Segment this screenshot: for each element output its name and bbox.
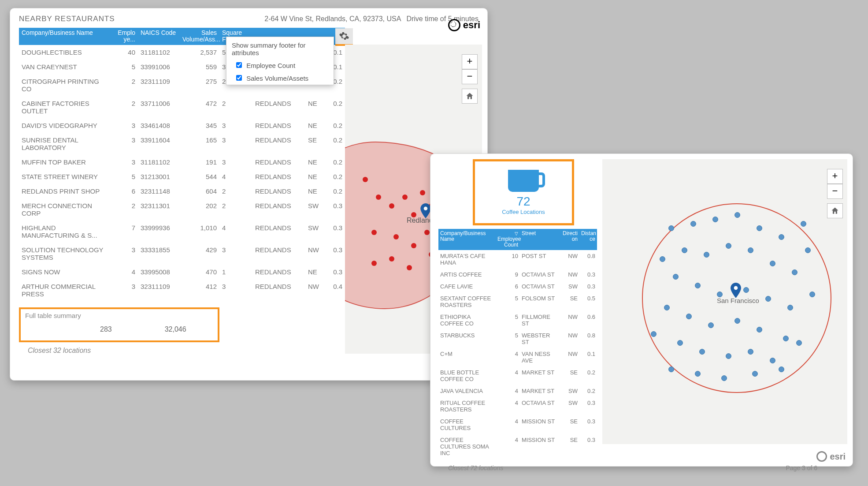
zoom-out-button[interactable]: − xyxy=(462,69,478,84)
result-point[interactable] xyxy=(704,252,709,258)
table-row[interactable]: JAVA VALENCIA4MARKET STSW0.2 xyxy=(438,385,597,397)
col-naics[interactable]: NAICS Code xyxy=(138,28,180,45)
result-point[interactable] xyxy=(668,225,674,231)
result-point[interactable] xyxy=(411,243,416,248)
table-row[interactable]: MERCH CONNECTION CORP2323113012022REDLAN… xyxy=(19,198,345,221)
col-sales[interactable]: Sales Volume/Ass... xyxy=(180,28,219,45)
colB-distance[interactable]: Distan ce xyxy=(579,229,597,250)
table-row[interactable]: STATE STREET WINERY5312130015444REDLANDS… xyxy=(19,169,345,184)
zoom-in-button[interactable]: + xyxy=(462,54,478,69)
popover-option-employee[interactable]: Employee Count xyxy=(226,59,334,72)
result-point[interactable] xyxy=(783,336,789,341)
table-row[interactable]: COFFEE CULTURES SOMA INC4MISSION STSE0.3 xyxy=(438,434,597,459)
colB-company[interactable]: Company/Business Name xyxy=(438,229,496,250)
result-point[interactable] xyxy=(765,296,771,302)
employee-count-checkbox[interactable] xyxy=(236,62,242,68)
table-row[interactable]: ARTIS COFFEE9OCTAVIA STNW0.3 xyxy=(438,269,597,280)
result-point[interactable] xyxy=(389,256,394,262)
table-row[interactable]: SUNRISE DENTAL LABORATORY3339116041653RE… xyxy=(19,133,345,155)
colB-direction[interactable]: Directi on xyxy=(560,229,579,250)
table-row[interactable]: DAVID'S VIDEOGRAPHY3334614083453REDLANDS… xyxy=(19,118,345,133)
result-point[interactable] xyxy=(792,269,798,275)
result-point[interactable] xyxy=(770,358,775,363)
home-button[interactable] xyxy=(462,89,478,104)
summary-footer-popover[interactable]: Show summary footer for attributes Emplo… xyxy=(226,37,334,85)
result-point[interactable] xyxy=(363,177,368,182)
result-point[interactable] xyxy=(660,256,665,262)
result-point[interactable] xyxy=(779,234,784,240)
result-point[interactable] xyxy=(673,274,679,280)
result-point[interactable] xyxy=(770,261,775,266)
result-point[interactable] xyxy=(734,212,740,218)
result-point[interactable] xyxy=(376,194,381,200)
result-point[interactable] xyxy=(699,349,705,355)
result-point[interactable] xyxy=(420,190,425,195)
result-point[interactable] xyxy=(757,225,762,231)
result-point[interactable] xyxy=(801,221,806,227)
result-point[interactable] xyxy=(690,221,696,227)
result-point[interactable] xyxy=(734,318,740,324)
result-point[interactable] xyxy=(664,305,670,310)
zoom-out-button-b[interactable]: − xyxy=(827,184,843,199)
colB-street[interactable]: Street xyxy=(520,229,560,250)
col-company[interactable]: Company/Business Name xyxy=(19,28,107,45)
result-point[interactable] xyxy=(371,230,377,235)
result-point[interactable] xyxy=(424,230,430,235)
table-row[interactable]: HIGHLAND MANUFACTURING & S...7339999361,… xyxy=(19,221,345,243)
result-point[interactable] xyxy=(407,265,412,270)
table-row[interactable]: RITUAL COFFEE ROASTERS4OCTAVIA STSW0.3 xyxy=(438,397,597,415)
table-row[interactable]: ARTHUR COMMERCIAL PRESS3323111094123REDL… xyxy=(19,279,345,301)
table-row[interactable]: SIGNS NOW4339950084701REDLANDSNE0.3 xyxy=(19,265,345,279)
settings-button[interactable] xyxy=(335,28,353,46)
table-row[interactable]: BLUE BOTTLE COFFEE CO4MARKET STSE0.2 xyxy=(438,366,597,385)
table-row[interactable]: SEXTANT COFFEE ROASTERS5FOLSOM STSE0.5 xyxy=(438,292,597,311)
result-point[interactable] xyxy=(726,353,731,359)
result-point[interactable] xyxy=(752,371,758,377)
popover-heading: Show summary footer for attributes xyxy=(226,37,334,59)
gear-icon xyxy=(339,31,349,41)
table-row[interactable]: ETHIOPIKA COFFEE CO5FILLMORE STNW0.6 xyxy=(438,311,597,329)
result-point[interactable] xyxy=(757,327,762,333)
result-point[interactable] xyxy=(393,234,399,239)
table-row[interactable]: C+M4VAN NESS AVENW0.1 xyxy=(438,348,597,366)
home-button-b[interactable] xyxy=(827,203,843,218)
table-row[interactable]: CAFE LAVIE6OCTAVIA STSW0.3 xyxy=(438,280,597,292)
result-point[interactable] xyxy=(748,247,753,253)
table-row[interactable]: CABINET FACTORIES OUTLET2337110064722RED… xyxy=(19,96,345,118)
result-point[interactable] xyxy=(708,322,714,328)
table-row[interactable]: MUFFIN TOP BAKER3311811021913REDLANDSNE0… xyxy=(19,155,345,169)
result-point[interactable] xyxy=(805,247,811,253)
result-point[interactable] xyxy=(695,283,701,288)
result-point[interactable] xyxy=(743,287,749,293)
result-point[interactable] xyxy=(668,366,674,372)
result-point[interactable] xyxy=(748,349,753,355)
result-point[interactable] xyxy=(796,340,802,346)
coffee-table-header[interactable]: Company/Business Name ▽ Employee Count S… xyxy=(438,229,597,250)
table-row[interactable]: COFFEE CULTURES4MISSION STSE0.3 xyxy=(438,415,597,434)
result-point[interactable] xyxy=(677,340,683,346)
location-pin-b[interactable] xyxy=(730,283,742,298)
result-point[interactable] xyxy=(682,247,687,253)
sales-volume-checkbox[interactable] xyxy=(236,75,242,81)
colB-employees[interactable]: ▽ Employee Count xyxy=(496,229,520,250)
result-point[interactable] xyxy=(726,243,731,249)
result-point[interactable] xyxy=(389,203,394,209)
result-point[interactable] xyxy=(402,194,408,200)
map-area-b[interactable]: + − San Francisco xyxy=(602,159,847,444)
table-row[interactable]: MURATA'S CAFE HANA10POST STNW0.8 xyxy=(438,250,597,269)
result-point[interactable] xyxy=(686,314,692,319)
result-point[interactable] xyxy=(712,217,718,222)
zoom-in-button-b[interactable]: + xyxy=(827,169,843,184)
result-point[interactable] xyxy=(371,261,377,266)
result-point[interactable] xyxy=(721,375,727,381)
table-row[interactable]: STARBUCKS5WEBSTER STNW0.8 xyxy=(438,329,597,348)
result-point[interactable] xyxy=(695,371,701,377)
result-point[interactable] xyxy=(787,305,793,310)
table-row[interactable]: REDLANDS PRINT SHOP6323111486042REDLANDS… xyxy=(19,184,345,198)
table-row[interactable]: SOLUTION TECHNOLOGY SYSTEMS3333318554293… xyxy=(19,243,345,265)
popover-option-sales[interactable]: Sales Volume/Assets xyxy=(226,72,334,85)
result-point[interactable] xyxy=(809,292,815,297)
result-point[interactable] xyxy=(651,331,657,337)
col-employees[interactable]: Emplo ye... xyxy=(107,28,138,45)
result-point[interactable] xyxy=(779,366,784,372)
